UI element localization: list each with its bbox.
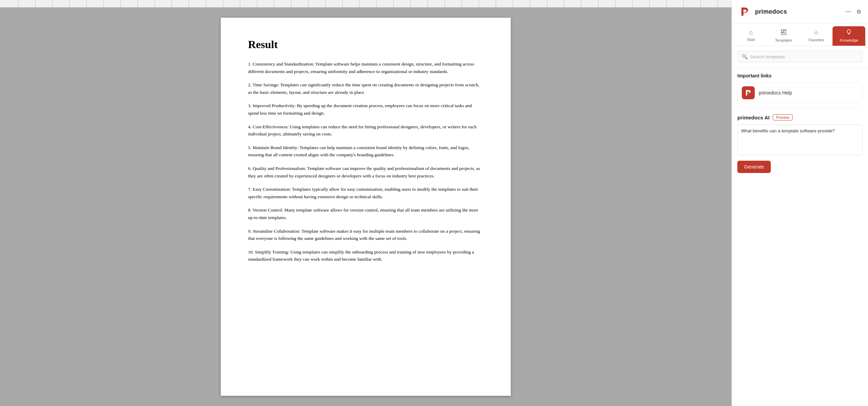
- primedocs-help-icon: [742, 86, 755, 99]
- ai-title: primedocs AI: [737, 115, 769, 120]
- tab-start[interactable]: ⌂ Start: [735, 26, 767, 46]
- tab-templates[interactable]: Templates: [767, 26, 800, 46]
- ai-section: primedocs AI Preview Generate: [732, 109, 868, 178]
- search-icon: 🔍: [742, 54, 748, 59]
- search-input[interactable]: [750, 54, 858, 59]
- important-links-title: Important links: [737, 73, 863, 78]
- document-paragraph: 6. Quality and Professionalism: Template…: [248, 165, 483, 179]
- ruler: [0, 0, 732, 8]
- document-paragraph: 7. Easy Customization: Templates typical…: [248, 186, 483, 200]
- search-box[interactable]: 🔍: [737, 51, 863, 62]
- important-links-section: Important links primedocs Help: [732, 68, 868, 108]
- primedocs-help-label: primedocs Help: [759, 90, 792, 96]
- knowledge-icon: [846, 29, 852, 37]
- generate-button[interactable]: Generate: [737, 161, 771, 173]
- document-scroll[interactable]: Result 1. Consistency and Standardizatio…: [0, 8, 732, 406]
- star-icon: ☆: [813, 29, 819, 37]
- document-paragraph: 5. Maintain Brand Identity: Templates ca…: [248, 144, 483, 159]
- nav-tabs: ⌂ Start Templates ☆ Favorites Knowledge: [732, 24, 868, 46]
- preview-badge: Preview: [773, 114, 792, 120]
- document-page: Result 1. Consistency and Standardizatio…: [221, 18, 511, 396]
- document-area: Result 1. Consistency and Standardizatio…: [0, 0, 732, 406]
- document-paragraph: 1. Consistency and Standardization: Temp…: [248, 60, 483, 75]
- document-body: 1. Consistency and Standardization: Temp…: [248, 60, 483, 263]
- sidebar-header: primedocs — ⚙: [732, 0, 868, 24]
- primedocs-help-link[interactable]: primedocs Help: [737, 83, 863, 103]
- svg-rect-4: [849, 34, 850, 35]
- search-area: 🔍: [732, 46, 868, 68]
- sidebar: primedocs — ⚙ ⌂ Start Templates ☆ Favori…: [732, 0, 868, 406]
- document-paragraph: 4. Cost-Effectiveness: Using templates c…: [248, 123, 483, 138]
- svg-rect-2: [781, 33, 786, 34]
- tab-knowledge[interactable]: Knowledge: [833, 26, 865, 46]
- ai-header: primedocs AI Preview: [737, 114, 863, 120]
- document-paragraph: 8. Version Control: Many template softwa…: [248, 206, 483, 221]
- ai-prompt-input[interactable]: [737, 125, 863, 155]
- document-paragraph: 2. Time Savings: Templates can significa…: [248, 81, 483, 96]
- header-actions: — ⚙: [844, 7, 863, 16]
- svg-rect-3: [848, 33, 850, 34]
- templates-icon: [781, 29, 787, 37]
- document-paragraph: 3. Improved Productivity: By speeding up…: [248, 102, 483, 117]
- document-paragraph: 10. Simplify Training: Using templates c…: [248, 248, 483, 263]
- home-icon: ⌂: [749, 29, 753, 36]
- tab-favorites[interactable]: ☆ Favorites: [800, 26, 833, 46]
- minimize-button[interactable]: —: [844, 7, 852, 16]
- svg-rect-1: [784, 30, 786, 31]
- app-logo: [737, 4, 752, 19]
- settings-button[interactable]: ⚙: [855, 7, 863, 16]
- document-paragraph: 9. Streamline Collaboration: Template so…: [248, 228, 483, 242]
- svg-rect-0: [781, 30, 783, 32]
- document-title: Result: [248, 38, 483, 51]
- app-title: primedocs: [755, 8, 787, 15]
